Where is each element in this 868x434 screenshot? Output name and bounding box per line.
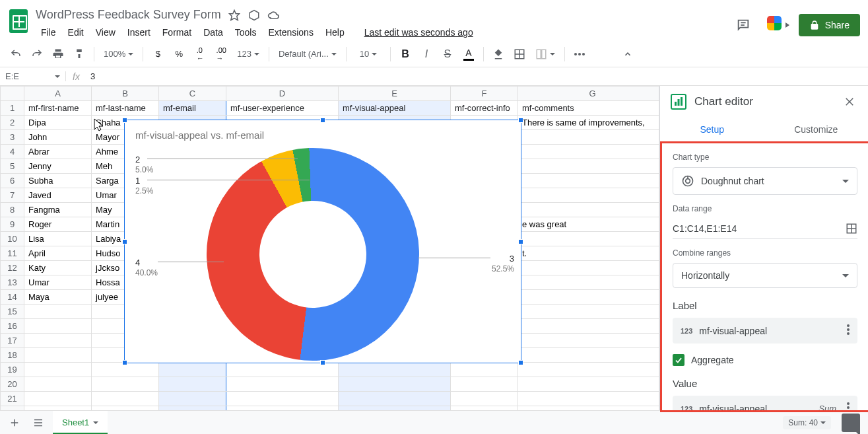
cell[interactable] [518,130,660,145]
row-header[interactable]: 10 [1,232,24,246]
menu-extensions[interactable]: Extensions [263,24,318,40]
decrease-decimal-button[interactable]: .0← [191,45,209,63]
row-header[interactable]: 4 [1,145,24,159]
cell[interactable]: mf-email [159,101,226,116]
cell[interactable] [518,188,660,203]
cell[interactable] [24,334,92,348]
cell[interactable]: Lisa [24,232,92,246]
italic-button[interactable]: I [417,45,436,63]
cell[interactable] [92,392,159,406]
col-header[interactable]: B [92,87,159,101]
row-header[interactable]: 1 [1,101,24,116]
menu-format[interactable]: Format [157,24,197,40]
cell[interactable] [451,392,518,406]
cell[interactable] [159,406,226,411]
row-header[interactable]: 18 [1,348,24,363]
more-icon[interactable] [847,324,850,337]
cell[interactable]: Katy [24,261,92,275]
increase-decimal-button[interactable]: .00→ [212,45,230,63]
cell[interactable] [339,406,451,411]
explore-button[interactable] [842,414,860,432]
more-toolbar-button[interactable] [570,45,589,63]
merge-dropdown[interactable] [531,45,559,63]
aggregate-checkbox-row[interactable]: Aggregate [673,354,857,366]
row-header[interactable]: 13 [1,275,24,290]
cell[interactable] [518,305,660,319]
cell[interactable] [518,406,660,411]
cell[interactable] [24,305,92,319]
menu-edit[interactable]: Edit [63,24,89,40]
aggregate-checkbox[interactable] [673,354,684,366]
cell[interactable] [159,392,226,406]
row-header[interactable]: 6 [1,174,24,188]
cell[interactable] [451,377,518,392]
row-header[interactable]: 7 [1,188,24,203]
menu-data[interactable]: Data [198,24,228,40]
chart-type-dropdown[interactable]: Doughnut chart [673,167,857,195]
col-header[interactable]: F [451,87,518,101]
cell[interactable]: April [24,246,92,261]
text-color-button[interactable]: A [459,45,478,63]
cell[interactable] [24,377,92,392]
cell[interactable]: mf-first-name [24,101,92,116]
collapse-toolbar-button[interactable] [618,45,637,63]
more-formats-dropdown[interactable]: 123 [233,45,263,63]
cell[interactable] [24,319,92,334]
col-header[interactable]: G [518,87,660,101]
cell[interactable]: mf-user-experience [226,101,339,116]
undo-button[interactable] [7,45,25,63]
font-dropdown[interactable]: Default (Ari... [275,45,341,63]
row-header[interactable]: 19 [1,363,24,377]
cell[interactable] [518,290,660,305]
menu-view[interactable]: View [90,24,121,40]
percent-button[interactable]: % [170,45,188,63]
cell[interactable] [518,275,660,290]
cell[interactable] [518,392,660,406]
cell[interactable] [451,406,518,411]
row-header[interactable]: 16 [1,319,24,334]
cell[interactable]: There is same of improvements, [518,116,660,130]
cell[interactable] [24,392,92,406]
cell[interactable] [24,363,92,377]
cell[interactable] [24,406,92,411]
cloud-icon[interactable] [267,9,281,22]
cell[interactable] [518,145,660,159]
row-header[interactable]: 11 [1,246,24,261]
cell[interactable]: Javed [24,188,92,203]
cell[interactable]: e was great [518,217,660,232]
cell[interactable] [226,406,339,411]
tab-customize[interactable]: Customize [764,118,869,143]
meet-icon[interactable] [764,12,791,38]
cell[interactable] [159,377,226,392]
bold-button[interactable]: B [396,45,415,63]
col-header[interactable]: A [24,87,92,101]
cell[interactable] [518,174,660,188]
cell[interactable] [451,363,518,377]
cell[interactable]: mf-last-name [92,101,159,116]
cell[interactable] [518,348,660,363]
cell[interactable] [518,377,660,392]
menu-tools[interactable]: Tools [230,24,262,40]
cell[interactable] [339,377,451,392]
menu-file[interactable]: File [36,24,61,40]
cell[interactable]: Subha [24,174,92,188]
cell[interactable] [518,319,660,334]
row-header[interactable]: 3 [1,130,24,145]
formula-value[interactable]: 3 [86,71,95,81]
menu-help[interactable]: Help [320,24,350,40]
col-header-selected[interactable]: C [159,87,226,101]
cell[interactable] [92,406,159,411]
select-all-corner[interactable] [1,87,24,101]
tab-setup[interactable]: Setup [660,118,764,143]
row-header[interactable]: 20 [1,377,24,392]
row-header[interactable]: 8 [1,203,24,217]
borders-button[interactable] [510,45,529,63]
cell[interactable] [226,377,339,392]
cell[interactable]: Umar [24,275,92,290]
zoom-dropdown[interactable]: 100% [100,45,137,63]
row-header[interactable]: 17 [1,334,24,348]
cell[interactable] [226,392,339,406]
cell[interactable]: Roger [24,217,92,232]
label-chip[interactable]: 123 mf-visual-appeal [673,318,857,344]
fill-color-button[interactable] [489,45,508,63]
